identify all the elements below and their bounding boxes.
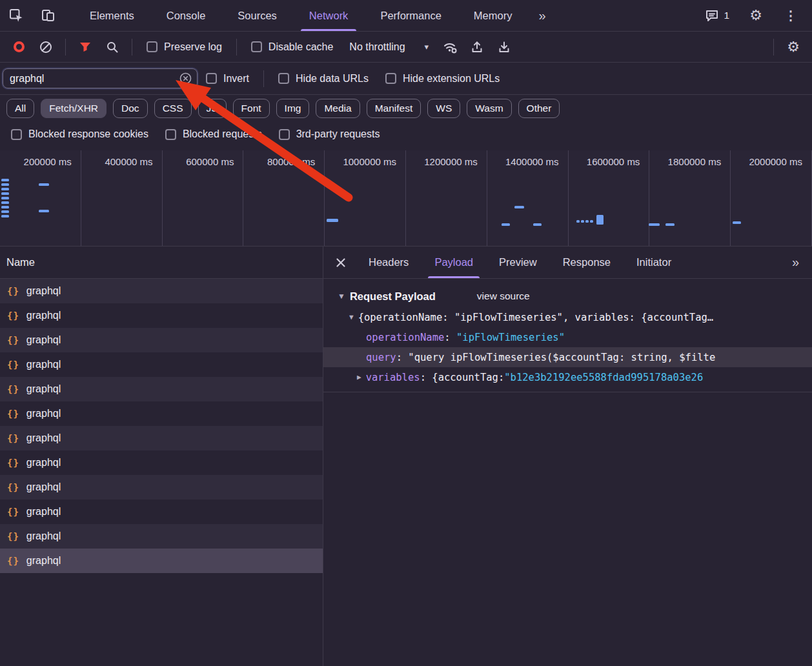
tab-console[interactable]: Console (150, 0, 222, 31)
request-payload-section: ▼ Request Payload view source (323, 285, 812, 307)
type-chip-all[interactable]: All (6, 99, 34, 118)
filter-toggle-button[interactable] (72, 40, 99, 54)
detail-tabbar: HeadersPayloadPreviewResponseInitiator » (323, 247, 812, 279)
timeline-bar (585, 220, 589, 223)
filter-input[interactable] (10, 73, 179, 85)
payload-summary-row[interactable]: ▼ {operationName: "ipFlowTimeseries", va… (323, 307, 812, 327)
timeline-label: 200000 ms (0, 150, 81, 246)
tab-network[interactable]: Network (293, 0, 365, 31)
detail-tab-initiator[interactable]: Initiator (624, 247, 684, 278)
blocked-response-cookies-checkbox[interactable]: Blocked response cookies (11, 128, 148, 140)
preserve-log-label: Preserve log (164, 41, 222, 53)
type-chip-media[interactable]: Media (316, 99, 360, 118)
tab-sources[interactable]: Sources (221, 0, 293, 31)
checkbox-box (206, 73, 217, 84)
inspect-element-button[interactable] (0, 0, 32, 31)
request-row[interactable]: {} graphql (0, 328, 323, 352)
detail-tab-response[interactable]: Response (550, 247, 624, 278)
timeline-label: 600000 ms (163, 150, 244, 246)
console-messages-button[interactable]: 1 (697, 8, 737, 23)
record-network-log-button[interactable] (5, 41, 32, 52)
request-row[interactable]: {} graphql (0, 549, 323, 573)
request-row[interactable]: {} graphql (0, 303, 323, 328)
network-settings-button[interactable]: ⚙ (780, 39, 807, 56)
type-chip-img[interactable]: Img (276, 99, 310, 118)
tab-memory[interactable]: Memory (458, 0, 529, 31)
more-tabs-button[interactable]: » (528, 0, 556, 31)
detail-tab-preview[interactable]: Preview (486, 247, 550, 278)
request-row[interactable]: {} graphql (0, 450, 323, 475)
view-source-link[interactable]: view source (477, 290, 530, 302)
clear-network-log-button[interactable] (32, 40, 59, 54)
throttling-select[interactable]: No throttling ▾ (349, 41, 429, 53)
detail-tab-payload[interactable]: Payload (421, 247, 486, 278)
download-icon (497, 40, 511, 54)
disable-cache-checkbox[interactable]: Disable cache (251, 41, 334, 53)
network-conditions-button[interactable] (436, 39, 463, 55)
request-detail-panel: HeadersPayloadPreviewResponseInitiator »… (323, 247, 812, 666)
request-name: graphql (26, 530, 61, 542)
request-name: graphql (26, 383, 61, 395)
timeline-label: 1600000 ms (569, 150, 650, 246)
customize-devtools-button[interactable]: ⋮ (775, 8, 807, 23)
request-row[interactable]: {} graphql (0, 524, 323, 549)
json-braces-icon: {} (7, 409, 19, 419)
checkbox-box (165, 129, 176, 140)
preserve-log-checkbox[interactable]: Preserve log (147, 41, 222, 53)
import-har-button[interactable] (463, 40, 491, 54)
checkbox-box (279, 129, 290, 140)
export-har-button[interactable] (491, 40, 518, 54)
payload-entry-query[interactable]: query: "query ipFlowTimeseries($accountT… (323, 347, 812, 367)
tri-right-icon[interactable]: ▶ (357, 373, 361, 381)
detail-tab-headers[interactable]: Headers (356, 247, 421, 278)
type-chip-js[interactable]: JS (198, 99, 227, 118)
request-row[interactable]: {} graphql (0, 279, 323, 303)
close-detail-button[interactable] (326, 247, 356, 278)
network-main-area: Name {} graphql {} graphql {} graphql {}… (0, 247, 812, 666)
hide-extension-urls-checkbox[interactable]: Hide extension URLs (385, 73, 500, 85)
blocked-requests-label: Blocked requests (183, 128, 262, 140)
caret-down-icon: ▾ (425, 42, 429, 52)
request-row[interactable]: {} graphql (0, 500, 323, 524)
request-row[interactable]: {} graphql (0, 426, 323, 450)
type-chip-doc[interactable]: Doc (113, 99, 148, 118)
settings-button[interactable]: ⚙ (740, 7, 772, 24)
type-chip-css[interactable]: CSS (154, 99, 192, 118)
timeline-bar (649, 223, 660, 226)
json-braces-icon: {} (7, 531, 19, 541)
timeline-bar (1, 210, 9, 213)
message-count-badge: 1 (724, 10, 729, 21)
request-row[interactable]: {} graphql (0, 475, 323, 500)
blocked-requests-checkbox[interactable]: Blocked requests (165, 128, 262, 140)
hide-data-urls-checkbox[interactable]: Hide data URLs (278, 73, 369, 85)
clear-filter-icon[interactable] (179, 72, 192, 85)
request-row[interactable]: {} graphql (0, 401, 323, 426)
tri-down-icon[interactable]: ▼ (338, 292, 345, 301)
payload-entry-operationName[interactable]: operationName: "ipFlowTimeseries" (323, 327, 812, 347)
device-toolbar-button[interactable] (32, 0, 65, 31)
third-party-requests-checkbox[interactable]: 3rd-party requests (279, 128, 380, 140)
network-overview-timeline[interactable]: 200000 ms400000 ms600000 ms800000 ms1000… (0, 150, 812, 247)
tab-performance[interactable]: Performance (364, 0, 457, 31)
request-row[interactable]: {} graphql (0, 352, 323, 377)
toolbar-divider (263, 70, 264, 87)
name-column-header[interactable]: Name (0, 247, 323, 279)
tri-down-icon[interactable]: ▼ (349, 313, 354, 321)
timeline-bar (1, 192, 9, 195)
payload-summary-text: {operationName: "ipFlowTimeseries", vari… (358, 312, 714, 323)
tab-elements[interactable]: Elements (74, 0, 150, 31)
search-button[interactable] (99, 40, 126, 54)
more-detail-tabs-button[interactable]: » (782, 247, 809, 278)
timeline-bar (665, 223, 675, 226)
type-chip-other[interactable]: Other (518, 99, 560, 118)
type-chip-wasm[interactable]: Wasm (467, 99, 511, 118)
type-chip-manifest[interactable]: Manifest (367, 99, 421, 118)
request-row[interactable]: {} graphql (0, 377, 323, 401)
type-chip-fetch-xhr[interactable]: Fetch/XHR (41, 99, 107, 118)
type-chip-ws[interactable]: WS (427, 99, 460, 118)
requests-panel: Name {} graphql {} graphql {} graphql {}… (0, 247, 323, 666)
timeline-bar (1, 215, 9, 217)
type-chip-font[interactable]: Font (233, 99, 270, 118)
payload-entry-variables[interactable]: ▶ variables: {accountTag: "b12e3b2192ee5… (323, 367, 812, 387)
invert-checkbox[interactable]: Invert (206, 73, 249, 85)
